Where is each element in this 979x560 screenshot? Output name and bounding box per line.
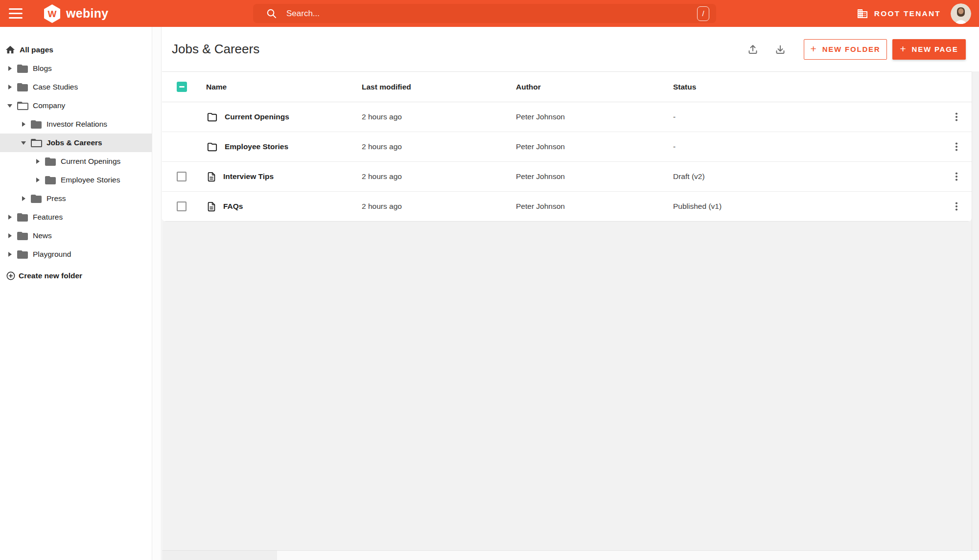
sidebar-item-news[interactable]: News: [0, 226, 152, 245]
search-input[interactable]: [285, 8, 697, 19]
upload-icon: [747, 44, 759, 55]
folder-icon: [17, 249, 28, 259]
chevron-right-icon[interactable]: [6, 66, 13, 71]
new-folder-button[interactable]: + NEW FOLDER: [804, 39, 887, 60]
keyboard-shortcut-badge: /: [697, 6, 709, 21]
row-name: Employee Stories: [225, 142, 288, 151]
chevron-right-icon[interactable]: [6, 215, 13, 220]
row-menu-kebab-icon[interactable]: [951, 201, 962, 212]
chevron-right-icon[interactable]: [6, 252, 13, 257]
row-name: Interview Tips: [223, 172, 274, 181]
hamburger-menu-button[interactable]: [9, 8, 23, 19]
sidebar-item-all-pages[interactable]: All pages: [0, 41, 152, 59]
row-modified: 2 hours ago: [362, 202, 516, 211]
row-menu-kebab-icon[interactable]: [951, 111, 962, 123]
row-name: Current Openings: [225, 112, 289, 121]
chevron-right-icon[interactable]: [20, 196, 27, 201]
row-author: Peter Johnson: [516, 172, 673, 181]
chevron-down-icon[interactable]: [20, 141, 27, 145]
new-page-button[interactable]: + NEW PAGE: [892, 39, 966, 60]
folder-tree-sidebar: All pages Blogs Case Studies Company: [0, 27, 152, 560]
empty-area: [162, 222, 979, 550]
row-status: -: [673, 142, 941, 151]
sidebar-scrollbar-track[interactable]: [152, 27, 162, 560]
table-row-folder[interactable]: Employee Stories 2 hours ago Peter Johns…: [162, 132, 972, 162]
create-new-folder-label: Create new folder: [19, 271, 82, 280]
import-upload-button[interactable]: [747, 44, 759, 55]
row-author: Peter Johnson: [516, 142, 673, 151]
row-name: FAQs: [223, 202, 243, 211]
sidebar-item-press[interactable]: Press: [0, 189, 152, 208]
folder-icon: [30, 194, 42, 203]
row-menu-kebab-icon[interactable]: [951, 141, 962, 153]
table-row-folder[interactable]: Current Openings 2 hours ago Peter Johns…: [162, 102, 972, 132]
column-header-status: Status: [673, 83, 941, 91]
folder-icon: [17, 64, 28, 73]
webiny-logo[interactable]: W webiny: [43, 0, 109, 27]
row-status: Published (v1): [673, 202, 941, 211]
tenant-selector[interactable]: ROOT TENANT: [857, 8, 941, 20]
row-checkbox[interactable]: [177, 202, 186, 211]
sidebar-item-company[interactable]: Company: [0, 96, 152, 115]
topbar: W webiny / ROOT TENANT: [0, 0, 979, 27]
vertical-scrollbar-track[interactable]: [972, 72, 972, 550]
folder-icon: [206, 112, 218, 123]
row-status: -: [673, 112, 941, 121]
chevron-right-icon[interactable]: [20, 122, 27, 127]
download-icon: [774, 44, 786, 55]
chevron-right-icon[interactable]: [6, 85, 13, 90]
plus-icon: +: [900, 44, 907, 54]
table-row-page[interactable]: Interview Tips 2 hours ago Peter Johnson…: [162, 162, 972, 192]
sidebar-item-blogs[interactable]: Blogs: [0, 59, 152, 78]
content-header: Jobs & Careers + NEW FOLDER + NEW PAGE: [162, 27, 979, 71]
sidebar-item-jobs-careers[interactable]: Jobs & Careers: [0, 134, 152, 152]
page-document-icon: [206, 201, 217, 213]
sidebar-item-playground[interactable]: Playground: [0, 245, 152, 264]
chevron-down-icon[interactable]: [6, 104, 13, 108]
search-icon: [266, 8, 277, 19]
row-menu-kebab-icon[interactable]: [951, 171, 962, 182]
column-header-name: Name: [206, 83, 362, 91]
svg-text:W: W: [48, 9, 57, 19]
row-author: Peter Johnson: [516, 202, 673, 211]
chevron-right-icon[interactable]: [34, 178, 41, 182]
table-row-page[interactable]: FAQs 2 hours ago Peter Johnson Published…: [162, 192, 972, 222]
webiny-logo-icon: W: [43, 4, 61, 23]
plus-icon: +: [811, 44, 817, 54]
chevron-right-icon[interactable]: [34, 159, 41, 164]
home-icon: [5, 45, 16, 55]
search-bar[interactable]: /: [253, 4, 716, 23]
column-header-author: Author: [516, 83, 673, 91]
folder-icon: [17, 82, 28, 92]
select-all-checkbox-indeterminate[interactable]: [177, 82, 187, 92]
chevron-right-icon[interactable]: [6, 233, 13, 238]
sidebar-item-current-openings[interactable]: Current Openings: [0, 152, 152, 171]
folder-icon: [45, 157, 56, 166]
sidebar-item-employee-stories[interactable]: Employee Stories: [0, 171, 152, 189]
row-modified: 2 hours ago: [362, 172, 516, 181]
horizontal-scrollbar-thumb[interactable]: [162, 551, 277, 560]
folder-open-icon: [17, 101, 28, 111]
horizontal-scrollbar-track[interactable]: [162, 550, 979, 560]
table-header-row: Name Last modified Author Status: [162, 72, 972, 102]
header-actions: + NEW FOLDER + NEW PAGE: [747, 39, 966, 60]
user-avatar[interactable]: [951, 3, 971, 24]
main-content: Jobs & Careers + NEW FOLDER + NEW PAGE: [162, 27, 979, 560]
folder-open-icon: [30, 138, 42, 148]
folder-icon: [45, 175, 56, 185]
folder-icon: [206, 141, 218, 153]
create-new-folder-button[interactable]: Create new folder: [0, 266, 152, 286]
row-checkbox[interactable]: [177, 172, 186, 181]
row-author: Peter Johnson: [516, 112, 673, 121]
building-icon: [857, 8, 868, 20]
topbar-right: ROOT TENANT: [857, 0, 971, 27]
sidebar-item-features[interactable]: Features: [0, 208, 152, 226]
plus-circle-icon: [6, 271, 16, 281]
export-download-button[interactable]: [774, 44, 786, 55]
row-status: Draft (v2): [673, 172, 941, 181]
logo-text: webiny: [66, 6, 109, 21]
sidebar-item-investor-relations[interactable]: Investor Relations: [0, 115, 152, 134]
sidebar-item-case-studies[interactable]: Case Studies: [0, 78, 152, 96]
column-header-last-modified: Last modified: [362, 83, 516, 91]
row-modified: 2 hours ago: [362, 112, 516, 121]
